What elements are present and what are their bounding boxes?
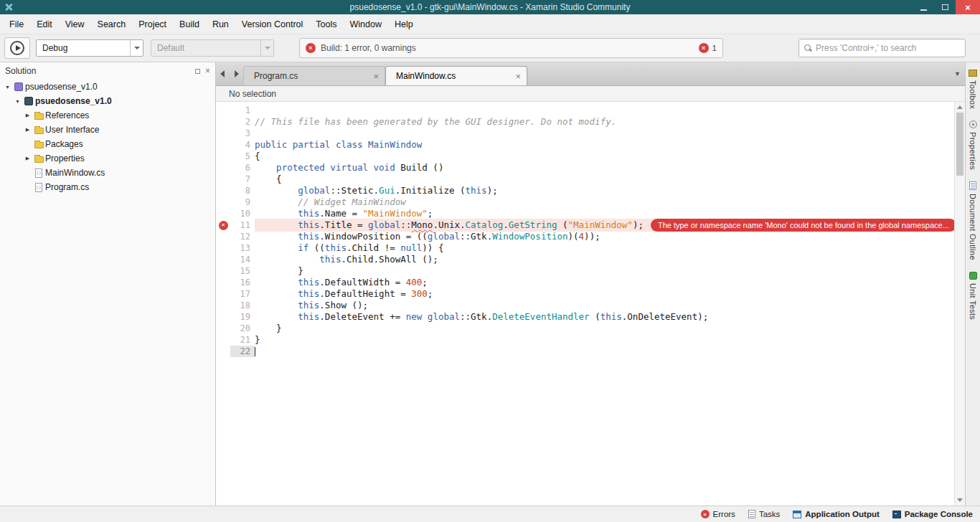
code-text[interactable]: }: [255, 265, 965, 277]
csfile-icon: [35, 169, 42, 178]
unit-tests-icon: [969, 272, 977, 280]
sidebar-tab-toolbox[interactable]: Toolbox: [969, 70, 977, 109]
code-line-13: 13 if ((this.Child != null)) {: [216, 242, 965, 254]
code-editor[interactable]: 12// This file has been generated by the…: [216, 102, 965, 506]
code-token: Mono: [411, 219, 433, 230]
status-item-label: Tasks: [759, 510, 780, 518]
menu-run[interactable]: Run: [206, 14, 235, 34]
expander-icon[interactable]: ▼: [13, 99, 22, 104]
status-tasks[interactable]: Tasks: [748, 510, 780, 518]
scroll-up-icon[interactable]: [955, 102, 965, 113]
tab-scroll-left-icon[interactable]: [220, 70, 225, 77]
code-text[interactable]: // This file has been generated by the G…: [255, 116, 965, 128]
code-line-21: 21}: [216, 334, 965, 346]
menu-window[interactable]: Window: [343, 14, 387, 34]
line-number: 21: [230, 334, 255, 346]
tab-scroll-right-icon[interactable]: [235, 70, 239, 77]
code-text[interactable]: global::Stetic.Gui.Initialize (this);: [255, 185, 965, 196]
code-token: this: [325, 242, 347, 253]
tree-item-mainwindow-cs[interactable]: MainWindow.cs: [0, 166, 215, 180]
code-text[interactable]: this.WindowPosition = ((global::Gtk.Wind…: [255, 231, 965, 242]
build-status-bar[interactable]: × Build: 1 error, 0 warnings × 1: [299, 38, 723, 58]
code-text[interactable]: [255, 346, 965, 357]
error-line-icon[interactable]: ×: [219, 221, 228, 230]
toolbox-icon: [969, 70, 977, 77]
tab-mainwindow-cs[interactable]: MainWindow.cs×: [385, 66, 527, 85]
tree-item-psuedosense-v1-0[interactable]: ▼psuedosense_v1.0: [0, 80, 215, 94]
menu-file[interactable]: File: [3, 14, 30, 34]
code-token: this: [298, 208, 319, 219]
code-text[interactable]: }: [255, 323, 965, 334]
menu-view[interactable]: View: [59, 14, 91, 34]
title-bar[interactable]: psuedosense_v1.0 - gtk-gui\MainWindow.cs…: [0, 0, 980, 14]
line-number: 22: [230, 346, 255, 357]
close-tab-icon[interactable]: ×: [515, 71, 521, 82]
menu-project[interactable]: Project: [132, 14, 173, 34]
sidebar-tab-properties[interactable]: Properties: [969, 120, 977, 170]
auto-hide-icon[interactable]: [195, 69, 200, 74]
menu-help[interactable]: Help: [388, 14, 420, 34]
code-token: ::Gtk.: [460, 311, 492, 322]
search-input[interactable]: [816, 43, 961, 53]
device-dropdown[interactable]: Default: [151, 39, 274, 57]
expander-icon[interactable]: ▼: [3, 85, 12, 90]
global-search-box[interactable]: [798, 39, 966, 57]
configuration-dropdown[interactable]: Debug: [36, 39, 143, 57]
code-text[interactable]: this.DefaultWidth = 400;: [255, 277, 965, 288]
code-line-19: 19 this.DeleteEvent += new global::Gtk.D…: [216, 311, 965, 323]
code-text[interactable]: this.Name = "MainWindow";: [255, 208, 965, 219]
menu-edit[interactable]: Edit: [30, 14, 59, 34]
tree-item-psuedosense-v1-0[interactable]: ▼psuedosense_v1.0: [0, 94, 215, 108]
editor-vertical-scrollbar[interactable]: [954, 102, 965, 506]
status-application-output[interactable]: Application Output: [793, 510, 879, 518]
code-text[interactable]: this.Child.ShowAll ();: [255, 254, 965, 265]
code-token: .Title =: [319, 219, 368, 230]
run-button[interactable]: [4, 37, 30, 59]
scrollbar-thumb[interactable]: [956, 113, 963, 176]
code-text[interactable]: protected virtual void Build (): [255, 162, 965, 174]
scroll-down-icon[interactable]: [955, 495, 965, 506]
code-text[interactable]: {: [255, 151, 965, 162]
code-text[interactable]: {: [255, 174, 965, 185]
tree-item-packages[interactable]: Packages: [0, 137, 215, 151]
tree-item-user-interface[interactable]: ▶User Interface: [0, 123, 215, 137]
code-text[interactable]: this.DefaultHeight = 300;: [255, 288, 965, 300]
status-errors[interactable]: ×Errors: [701, 510, 735, 518]
line-number: 3: [230, 128, 255, 139]
expander-icon[interactable]: ▶: [23, 113, 32, 118]
menu-search[interactable]: Search: [91, 14, 133, 34]
expander-icon[interactable]: ▶: [23, 156, 32, 161]
code-text[interactable]: // Widget MainWindow: [255, 196, 965, 208]
tab-overflow-icon[interactable]: ▼: [954, 62, 961, 85]
menu-version-control[interactable]: Version Control: [235, 14, 309, 34]
breadcrumb[interactable]: No selection: [216, 86, 965, 102]
code-token: this: [319, 254, 341, 265]
tree-item-label: User Interface: [45, 125, 99, 135]
code-text[interactable]: if ((this.Child != null)) {: [255, 242, 965, 254]
code-text[interactable]: public partial class MainWindow: [255, 139, 965, 151]
maximize-button[interactable]: [934, 0, 956, 14]
code-token: .: [503, 219, 509, 230]
tree-item-references[interactable]: ▶References: [0, 108, 215, 123]
error-margin[interactable]: ×: [216, 221, 230, 230]
menu-build[interactable]: Build: [173, 14, 206, 34]
code-text[interactable]: this.Title = global::Mono.Unix.Catalog.G…: [255, 219, 965, 232]
sidebar-tab-document-outline[interactable]: Document Outline: [969, 181, 977, 260]
close-button[interactable]: ×: [956, 0, 980, 14]
sidebar-tab-unit-tests[interactable]: Unit Tests: [969, 272, 977, 320]
code-text[interactable]: }: [255, 334, 965, 346]
code-token: ));: [584, 231, 600, 242]
tab-program-cs[interactable]: Program.cs×: [243, 66, 385, 85]
expander-icon[interactable]: ▶: [23, 127, 32, 133]
minimize-button[interactable]: [913, 0, 934, 14]
code-token: ;: [422, 277, 428, 288]
project-icon: [24, 97, 33, 105]
tree-item-program-cs[interactable]: Program.cs: [0, 180, 215, 194]
code-text[interactable]: this.Show ();: [255, 300, 965, 311]
status-package-console[interactable]: Package Console: [892, 510, 973, 518]
close-tab-icon[interactable]: ×: [373, 71, 379, 82]
close-pad-icon[interactable]: ×: [205, 67, 210, 75]
menu-tools[interactable]: Tools: [309, 14, 343, 34]
tree-item-properties[interactable]: ▶Properties: [0, 151, 215, 166]
code-text[interactable]: this.DeleteEvent += new global::Gtk.Dele…: [255, 311, 965, 323]
